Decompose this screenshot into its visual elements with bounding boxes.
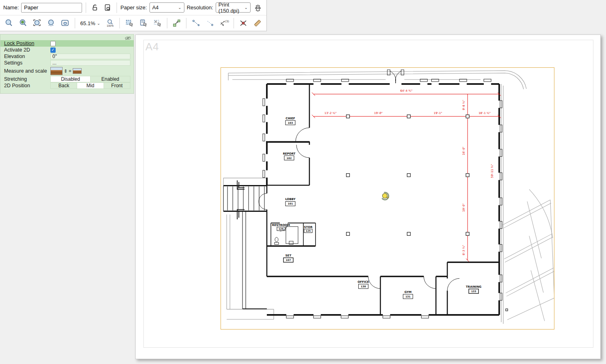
row-settings: Settings ...: [0, 60, 134, 66]
ruler-icon[interactable]: [251, 17, 263, 29]
svg-text:(3): (3): [225, 20, 229, 23]
room-label-office: OFFICE: [358, 280, 369, 284]
activate-2d-label: Activate 2D: [4, 47, 50, 53]
2d-position-back-button[interactable]: Back: [51, 83, 77, 88]
dim-seg-3: 19'-1": [434, 112, 442, 115]
zoom-icon[interactable]: [3, 17, 15, 29]
scale-target-thumbnail[interactable]: [73, 68, 82, 74]
paper-size-select[interactable]: A4⌄: [149, 2, 184, 13]
measure-multi-icon[interactable]: (3): [218, 17, 230, 29]
zoom-pan-icon[interactable]: [45, 17, 57, 29]
room-label-chief: CHIEF: [286, 117, 295, 120]
stretching-label: Stretching: [4, 76, 50, 82]
dim-v-3: 19'-0": [462, 203, 465, 212]
object-inspector-panel: Lock Position Activate 2D ✓ Elevation 0"…: [0, 34, 134, 94]
name-label: Name:: [3, 4, 19, 11]
delete-measurement-icon[interactable]: [238, 17, 249, 29]
name-input[interactable]: [21, 3, 82, 13]
room-label-report: REPORT: [283, 152, 295, 155]
fit-screen-icon[interactable]: [59, 17, 71, 29]
zoom-100-icon[interactable]: 100%: [104, 17, 116, 29]
page-preview-icon[interactable]: [102, 2, 113, 13]
chevron-down-icon: ⌄: [178, 5, 181, 10]
measure-line-icon[interactable]: [190, 17, 202, 29]
room-label-stor: STOR: [304, 226, 313, 229]
lock-position-checkbox[interactable]: [50, 41, 56, 46]
2d-position-front-button[interactable]: Front: [104, 83, 130, 88]
room-number-stor: 125: [306, 229, 311, 232]
zoom-selection-icon[interactable]: [17, 17, 29, 29]
2d-position-mid-button[interactable]: Mid: [77, 83, 104, 88]
resolution-value: Print (150 dpi): [219, 2, 241, 14]
measure-dashed-icon[interactable]: [204, 17, 216, 29]
paper-size-value: A4: [152, 4, 159, 11]
room-label-gym: GYM: [405, 291, 412, 294]
separator: [234, 18, 234, 28]
row-elevation: Elevation 0": [0, 53, 134, 60]
separator: [167, 18, 167, 28]
dimension-lines: [312, 93, 501, 262]
scale-source-thumbnail[interactable]: [50, 67, 63, 75]
2d-position-label: 2D Position: [4, 83, 50, 88]
dim-right-total: 59'-11 ¾": [491, 164, 494, 178]
room-label-lobby: LOBBY: [285, 198, 296, 201]
separator: [86, 2, 86, 13]
stairs: [223, 186, 267, 211]
paper-sheet[interactable]: A4: [135, 34, 601, 359]
gear-icon[interactable]: [253, 2, 263, 13]
toolbar-row-2: 65.1% ⌄ 100% (3): [0, 15, 266, 31]
dim-seg-4: 18'-1 ½": [478, 112, 491, 115]
row-2d-position: 2D Position Back Mid Front: [0, 82, 134, 89]
settings-ellipsis-button[interactable]: ...: [50, 60, 130, 66]
corridor: [237, 181, 267, 309]
measure-and-scale-label: Measure and scale: [4, 68, 50, 74]
select-area-icon[interactable]: [123, 17, 135, 29]
elevation-field[interactable]: 0": [50, 54, 130, 59]
column-markers: [346, 115, 508, 311]
select-object-icon[interactable]: [138, 17, 149, 29]
visibility-eye-slash-icon[interactable]: [125, 35, 131, 40]
door-swings: [259, 70, 459, 291]
paper-size-label: Paper size:: [121, 4, 147, 11]
elevation-label: Elevation: [4, 54, 50, 59]
room-number-lobby: 101: [288, 202, 293, 205]
room-number-training: 133: [471, 290, 476, 293]
activate-2d-checkbox[interactable]: ✓: [50, 47, 56, 53]
separator: [186, 18, 186, 28]
room-label-training: TRAINING: [466, 285, 481, 289]
stretching-disabled-button[interactable]: Disabled: [51, 76, 91, 82]
paper-size-watermark: A4: [145, 41, 159, 53]
separator: [117, 2, 117, 13]
floorplan-drawing: 64'-4 ¾" 13'-2 ½" 19'-0" 19'-1" 18'-1 ½"…: [221, 68, 554, 329]
dim-v-2: 16'-0": [462, 146, 465, 155]
stretching-enabled-button[interactable]: Enabled: [91, 76, 130, 82]
room-number-report: 102: [287, 157, 292, 159]
dim-seg-1: 13'-2 ½": [325, 112, 337, 115]
room-number-office: 130: [361, 285, 366, 288]
adjacent-structure: [502, 190, 554, 321]
resolution-select[interactable]: Print (150 dpi)⌄: [216, 2, 251, 13]
room-label-set: SET: [286, 254, 292, 257]
deselect-icon[interactable]: [152, 17, 163, 29]
zoom-area-icon[interactable]: [31, 17, 43, 29]
zoom-100-label: 100%: [107, 24, 114, 27]
resize-move-icon[interactable]: [171, 17, 183, 29]
dim-v-4: 8'-3 ¾": [462, 245, 465, 255]
dim-seg-2: 19'-0": [374, 112, 383, 115]
restroom-fixtures: [275, 226, 298, 244]
room-number-restroom: 126: [279, 227, 284, 230]
resolution-label: Resolution:: [187, 4, 213, 11]
duck-marker[interactable]: [382, 192, 389, 200]
room-number-set: 107: [286, 258, 291, 261]
floorplan-image[interactable]: 64'-4 ¾" 13'-2 ½" 19'-0" 19'-1" 18'-1 ½"…: [221, 67, 554, 330]
unlock-icon[interactable]: [90, 2, 100, 13]
row-measure-and-scale: Measure and scale ⇕ =: [0, 66, 134, 76]
chevron-down-icon: ⌄: [97, 21, 100, 26]
room-label-restroom: RESTROOM: [272, 224, 290, 227]
zoom-level-dropdown[interactable]: 65.1% ⌄: [79, 20, 102, 26]
chevron-down-icon: ⌄: [244, 5, 247, 10]
scale-equals-icon: ⇕ =: [64, 69, 71, 74]
separator: [119, 18, 120, 28]
row-lock-position[interactable]: Lock Position: [0, 40, 134, 47]
row-activate-2d: Activate 2D ✓: [0, 47, 134, 53]
